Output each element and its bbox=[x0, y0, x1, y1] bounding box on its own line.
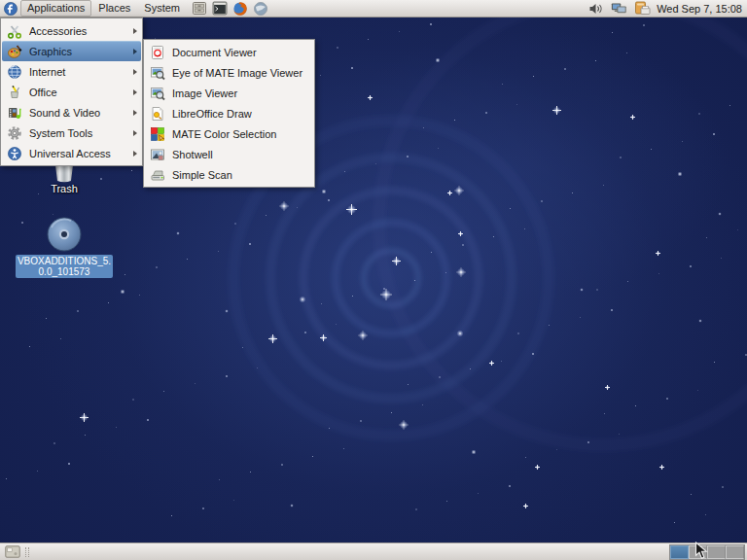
trash-label: Trash bbox=[37, 183, 91, 194]
volume-icon[interactable] bbox=[587, 1, 604, 17]
internet-icon bbox=[7, 64, 22, 80]
menu-item-system-tools[interactable]: System Tools bbox=[2, 122, 141, 143]
system-tools-icon bbox=[7, 125, 22, 141]
graphics-icon bbox=[7, 44, 22, 59]
simple-scan-icon bbox=[150, 167, 165, 183]
web-globe-icon[interactable] bbox=[252, 1, 268, 17]
menu-item-office[interactable]: Office bbox=[2, 82, 141, 102]
libreoffice-draw-icon bbox=[150, 106, 165, 122]
menu-item-accessories[interactable]: Accessories bbox=[2, 20, 141, 41]
cd-disc-icon bbox=[46, 216, 83, 253]
workspace-2[interactable] bbox=[689, 545, 707, 559]
document-viewer-icon bbox=[150, 45, 165, 60]
menu-item-simple-scan[interactable]: Simple Scan bbox=[145, 164, 313, 185]
panel-clock[interactable]: Wed Sep 7, 15:08 bbox=[653, 3, 747, 15]
show-desktop-button[interactable] bbox=[5, 545, 20, 559]
menu-item-eye-of-mate[interactable]: Eye of MATE Image Viewer bbox=[145, 62, 313, 83]
workspace-3[interactable] bbox=[707, 545, 726, 559]
menu-system[interactable]: System bbox=[137, 0, 187, 17]
menu-item-sound-video[interactable]: Sound & Video bbox=[2, 102, 141, 122]
office-icon bbox=[7, 85, 22, 100]
color-selection-icon bbox=[150, 126, 165, 142]
menu-item-libreoffice-draw[interactable]: LibreOffice Draw bbox=[145, 103, 313, 123]
menu-item-internet[interactable]: Internet bbox=[2, 61, 141, 82]
accessories-icon bbox=[7, 23, 22, 39]
workspace-4[interactable] bbox=[726, 545, 744, 559]
desktop-icon-vboxadditions[interactable]: VBOXADDITIONS_5. 0.0_101573 bbox=[10, 216, 119, 279]
menu-item-document-viewer[interactable]: Document Viewer bbox=[145, 42, 313, 62]
workspace-switcher[interactable] bbox=[669, 544, 745, 560]
menu-applications[interactable]: Applications bbox=[20, 0, 91, 17]
sound-video-icon bbox=[7, 105, 22, 121]
workspace-1[interactable] bbox=[670, 545, 689, 559]
image-viewer-icon bbox=[150, 86, 165, 101]
menu-item-mate-color-selection[interactable]: MATE Color Selection bbox=[145, 123, 313, 144]
software-update-icon[interactable] bbox=[634, 1, 651, 17]
terminal-icon[interactable] bbox=[211, 1, 228, 17]
file-manager-icon[interactable] bbox=[191, 1, 207, 17]
bottom-panel bbox=[0, 542, 747, 560]
image-viewer-icon bbox=[150, 65, 165, 81]
menu-item-image-viewer[interactable]: Image Viewer bbox=[145, 83, 313, 103]
menu-item-graphics[interactable]: Graphics bbox=[2, 41, 141, 61]
submenu-arrow-icon bbox=[133, 49, 137, 54]
submenu-arrow-icon bbox=[133, 151, 137, 157]
network-icon[interactable] bbox=[611, 1, 627, 17]
submenu-arrow-icon bbox=[133, 89, 137, 95]
universal-access-icon bbox=[7, 146, 22, 161]
submenu-arrow-icon bbox=[133, 110, 137, 116]
menu-item-shotwell[interactable]: Shotwell bbox=[145, 144, 313, 164]
graphics-submenu: Document Viewer Eye of MATE Image Viewer… bbox=[143, 39, 315, 188]
menu-item-universal-access[interactable]: Universal Access bbox=[2, 143, 141, 163]
system-tray bbox=[586, 1, 653, 17]
firefox-icon[interactable] bbox=[231, 1, 248, 17]
applications-menu: Accessories Graphics Internet bbox=[0, 18, 143, 166]
submenu-arrow-icon bbox=[133, 69, 137, 75]
show-desktop-icon bbox=[5, 545, 20, 558]
vboxadditions-label: VBOXADDITIONS_5. 0.0_101573 bbox=[16, 255, 113, 278]
submenu-arrow-icon bbox=[133, 130, 137, 136]
fedora-logo-icon[interactable] bbox=[2, 1, 18, 17]
menu-places[interactable]: Places bbox=[91, 0, 137, 17]
top-panel: Applications Places System bbox=[0, 0, 747, 18]
window-list-handle[interactable] bbox=[25, 547, 29, 557]
submenu-arrow-icon bbox=[133, 28, 137, 34]
shotwell-icon bbox=[150, 147, 165, 162]
